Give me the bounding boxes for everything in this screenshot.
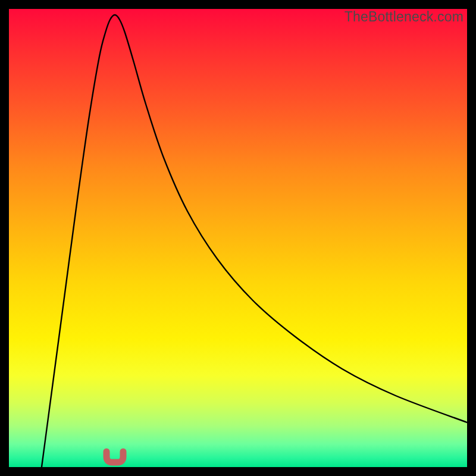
optimal-marker-icon bbox=[107, 452, 123, 462]
watermark-text: TheBottleneck.com bbox=[345, 9, 464, 25]
bottleneck-curve-line bbox=[42, 15, 467, 467]
chart-svg bbox=[9, 9, 467, 467]
chart-frame: TheBottleneck.com bbox=[9, 9, 467, 467]
